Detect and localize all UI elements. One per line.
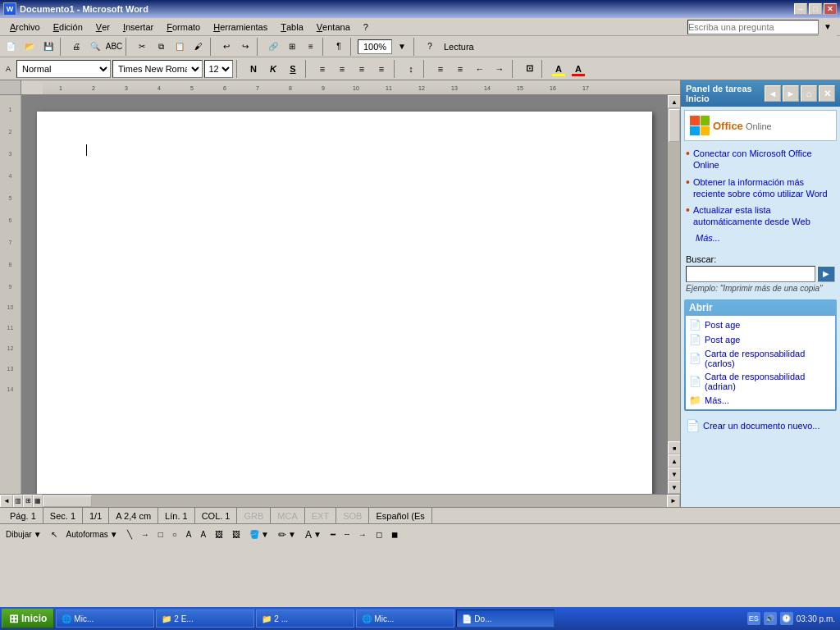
open-item-2[interactable]: 📄 Post age [689, 332, 832, 347]
panel-link-2[interactable]: • Obtener la información más reciente so… [686, 176, 835, 200]
menu-tabla[interactable]: Tabla [274, 18, 310, 35]
hscroll-left-button[interactable]: ◄ [0, 495, 13, 508]
view-layout-button[interactable]: ▦ [33, 495, 43, 508]
columns-button[interactable]: ≡ [302, 38, 320, 56]
open-item-3[interactable]: 📄 Carta de responsabilidad (carlos) [689, 347, 832, 370]
help-button[interactable]: ? [421, 38, 439, 56]
open-button[interactable]: 📂 [21, 38, 39, 56]
scroll-up-button[interactable]: ▲ [668, 95, 680, 108]
panel-link-1[interactable]: • Conectar con Microsoft Office Online [686, 148, 835, 171]
taskbar-btn-2[interactable]: 📁 2 E... [156, 609, 254, 628]
next-page-button[interactable]: ▼ [668, 468, 680, 481]
numbering-button[interactable]: ≡ [451, 60, 469, 78]
style-select[interactable]: Normal [16, 60, 111, 78]
menu-help[interactable]: ? [357, 18, 375, 35]
align-left-button[interactable]: ≡ [313, 60, 331, 78]
hscroll-track[interactable] [43, 495, 667, 508]
border-button[interactable]: ⊡ [520, 60, 538, 78]
shadow-button[interactable]: ◻ [372, 526, 386, 544]
paste-button[interactable]: 📋 [171, 38, 189, 56]
menu-ventana[interactable]: Ventana [310, 18, 357, 35]
textbox-button[interactable]: A [182, 526, 196, 544]
show-para-button[interactable]: ¶ [330, 38, 348, 56]
line-button[interactable]: ╲ [123, 526, 136, 544]
panel-close-button[interactable]: ✕ [819, 85, 835, 102]
panel-forward-button[interactable]: ► [783, 85, 799, 102]
new-doc-link[interactable]: 📄 Crear un documento nuevo... [686, 419, 835, 432]
wordart-button[interactable]: A [196, 526, 210, 544]
draw-menu-button[interactable]: Dibujar ▼ [2, 526, 46, 544]
line-spacing-button[interactable]: ↕ [402, 60, 420, 78]
minimize-button[interactable]: ─ [794, 3, 807, 15]
bold-button[interactable]: N [244, 60, 262, 78]
zoom-arrow[interactable]: ▼ [393, 38, 411, 56]
arrow-button[interactable]: → [137, 526, 153, 544]
font-color-draw-button[interactable]: A ▼ [301, 526, 326, 544]
view-web-button[interactable]: ⊞ [23, 495, 33, 508]
print-preview-button[interactable]: 🔍 [86, 38, 104, 56]
oval-button[interactable]: ○ [168, 526, 181, 544]
taskbar-btn-4[interactable]: 🌐 Mic... [356, 609, 454, 628]
decrease-indent-button[interactable]: ← [471, 60, 489, 78]
start-button[interactable]: ⊞ Inicio [2, 609, 54, 628]
line-style-button[interactable]: ━ [326, 526, 340, 544]
bullets-button[interactable]: ≡ [431, 60, 450, 78]
open-item-4[interactable]: 📄 Carta de responsabilidad (adrian) [689, 370, 832, 393]
font-select[interactable]: Times New Roman [112, 60, 203, 78]
spellcheck-button[interactable]: ABC [105, 38, 123, 56]
open-item-1[interactable]: 📄 Post age [689, 317, 832, 332]
menu-insertar[interactable]: Insertar [116, 18, 160, 35]
format-painter-button[interactable]: 🖌 [189, 38, 208, 56]
open-more-link[interactable]: 📁 Más... [689, 393, 832, 408]
highlight-button[interactable]: A [550, 60, 568, 78]
hyperlink-button[interactable]: 🔗 [264, 38, 282, 56]
menu-herramientas[interactable]: Herramientas [207, 18, 274, 35]
help-search-go[interactable]: ▼ [819, 18, 837, 36]
close-button[interactable]: ✕ [824, 3, 837, 15]
italic-button[interactable]: K [264, 60, 282, 78]
taskbar-btn-1[interactable]: 🌐 Mic... [56, 609, 154, 628]
menu-edicion[interactable]: Edición [47, 18, 89, 35]
underline-button[interactable]: S [284, 60, 302, 78]
menu-formato[interactable]: Formato [160, 18, 207, 35]
clipart-button[interactable]: 🖼 [211, 526, 227, 544]
align-center-button[interactable]: ≡ [333, 60, 351, 78]
autoformas-button[interactable]: Autoformas ▼ [62, 526, 122, 544]
3d-button[interactable]: ◼ [387, 526, 402, 544]
menu-ver[interactable]: Ver [89, 18, 116, 35]
fill-color-button[interactable]: 🪣 ▼ [245, 526, 273, 544]
scroll-down-button[interactable]: ▼ [668, 481, 680, 494]
view-normal-button[interactable]: ▥ [13, 495, 23, 508]
prev-page-button[interactable]: ▲ [668, 454, 680, 468]
align-justify-button[interactable]: ≡ [372, 60, 390, 78]
panel-search-input[interactable] [686, 266, 815, 282]
page-wrapper[interactable] [21, 95, 667, 494]
scroll-track[interactable] [668, 108, 680, 441]
redo-button[interactable]: ↪ [236, 38, 254, 56]
document-page[interactable] [37, 112, 652, 494]
increase-indent-button[interactable]: → [491, 60, 509, 78]
print-button[interactable]: 🖨 [67, 38, 85, 56]
panel-back-button[interactable]: ◄ [765, 85, 781, 102]
panel-more-link[interactable]: Más... [696, 233, 835, 243]
menu-archivo[interactable]: Archivo [3, 18, 47, 35]
panel-search-go-button[interactable]: ▶ [817, 266, 835, 282]
taskbar-btn-5[interactable]: 📄 Do... [456, 609, 555, 628]
help-search-input[interactable] [687, 20, 819, 34]
hscroll-thumb[interactable] [43, 495, 92, 507]
dash-style-button[interactable]: ╌ [340, 526, 354, 544]
new-button[interactable]: 📄 [2, 38, 20, 56]
copy-button[interactable]: ⧉ [152, 38, 170, 56]
panel-link-3[interactable]: • Actualizar esta lista automáticamente … [686, 204, 835, 228]
lectura-button[interactable]: Lectura [440, 38, 478, 56]
scroll-split-button[interactable]: ■ [668, 441, 680, 454]
arrow-style-button[interactable]: → [354, 526, 371, 544]
align-right-button[interactable]: ≡ [353, 60, 371, 78]
font-color-button[interactable]: A [569, 60, 587, 78]
zoom-input[interactable]: 100% [358, 39, 392, 54]
cut-button[interactable]: ✂ [133, 38, 151, 56]
save-button[interactable]: 💾 [39, 38, 57, 56]
draw-pointer-button[interactable]: ↖ [47, 526, 62, 544]
hscroll-right-button[interactable]: ► [667, 495, 680, 508]
line-color-button[interactable]: ✏ ▼ [274, 526, 300, 544]
